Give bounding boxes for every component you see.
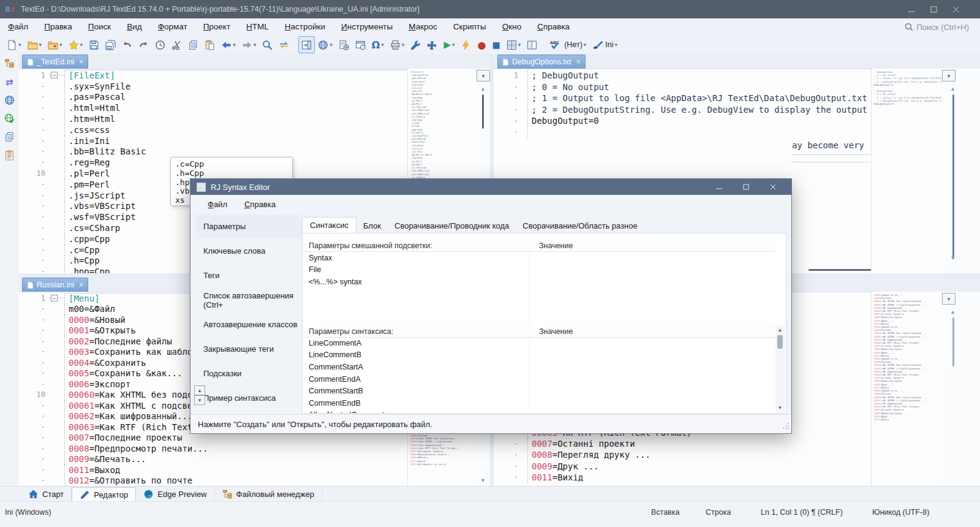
- tab-list-dropdown[interactable]: ▾: [942, 293, 956, 305]
- chevron-down-icon[interactable]: ▾: [330, 42, 333, 48]
- plugins-puzzle-button[interactable]: [424, 36, 440, 53]
- table2-scrollbar[interactable]: ▲ ▼: [775, 325, 785, 412]
- statusbar-item[interactable]: Юникод (UTF-8): [872, 508, 929, 517]
- maximize-button[interactable]: [922, 1, 944, 17]
- scroll-up-icon[interactable]: ▲: [950, 86, 956, 92]
- scroll-thumb[interactable]: [482, 94, 484, 129]
- table-row[interactable]: CommentStartB: [303, 385, 775, 397]
- dialog-tab[interactable]: Сворачивание/Проводник кода: [388, 219, 516, 233]
- file-tab[interactable]: _TextEd.ini ×: [22, 55, 88, 69]
- statusbar-item[interactable]: Вставка: [651, 508, 679, 517]
- sidebar-scroll-down[interactable]: ▼: [194, 395, 205, 405]
- page-globe-button[interactable]: [336, 36, 352, 53]
- dialog-sidebar-item[interactable]: Список автозавершения (Ctrl+: [195, 288, 302, 313]
- dialog-sidebar-item[interactable]: Автозавершение классов: [195, 313, 302, 337]
- menubar-item[interactable]: Окно: [494, 18, 529, 36]
- save-button[interactable]: [86, 36, 102, 53]
- scroll-thumb[interactable]: [952, 317, 954, 366]
- menubar-item[interactable]: Поиск: [80, 18, 119, 36]
- scroll-down-icon[interactable]: ▼: [480, 477, 486, 483]
- tab-list-dropdown[interactable]: ▾: [477, 70, 490, 82]
- paste-button[interactable]: [202, 36, 218, 53]
- file-tab[interactable]: Russian.ini ×: [22, 278, 88, 292]
- scroll-column[interactable]: ▾ ▲: [941, 292, 980, 486]
- menubar-item[interactable]: Настройки: [277, 18, 333, 36]
- chevron-down-icon[interactable]: ▾: [80, 42, 83, 48]
- table-row[interactable]: AllowNestedComments: [303, 409, 775, 413]
- sync-icon[interactable]: [0, 72, 18, 91]
- table-row[interactable]: File: [303, 264, 775, 276]
- scroll-thumb[interactable]: [777, 335, 783, 349]
- bottom-tab-pencil[interactable]: Редактор: [72, 487, 136, 502]
- chevron-down-icon[interactable]: ▾: [59, 42, 62, 48]
- scroll-up-icon[interactable]: ▲: [950, 309, 956, 315]
- dialog-tab[interactable]: Сворачивание/Область разное: [516, 219, 644, 233]
- stop-button[interactable]: ■: [489, 36, 503, 53]
- dialog-menu-item[interactable]: Справка: [236, 200, 284, 209]
- minimap[interactable]: 0005=Зберегти як ... 0006=Експорт 00060=…: [871, 292, 947, 486]
- dialog-maximize-button[interactable]: [733, 180, 760, 194]
- bottom-tab-sitemap[interactable]: Файловый менеджер: [215, 487, 323, 501]
- bottom-tab-home[interactable]: Старт: [21, 487, 72, 501]
- fold-collapse-icon[interactable]: −: [51, 72, 58, 78]
- print-button[interactable]: ▾: [387, 36, 408, 53]
- scroll-down-icon[interactable]: ▼: [775, 403, 785, 412]
- dialog-sidebar-item[interactable]: Ключевые слова: [195, 239, 302, 264]
- tab-close-icon[interactable]: ×: [79, 58, 83, 66]
- dialog-close-button[interactable]: [760, 180, 786, 194]
- table-row[interactable]: CommentStartA: [303, 361, 775, 373]
- file-compare-button[interactable]: [276, 36, 292, 53]
- split-view-button[interactable]: [524, 36, 540, 53]
- scroll-up-icon[interactable]: ▲: [480, 86, 486, 92]
- favorites-star-button[interactable]: ▾: [66, 36, 86, 53]
- menubar-item[interactable]: Вид: [119, 18, 149, 36]
- browser-globe-button[interactable]: ▾: [315, 36, 336, 53]
- dialog-tab[interactable]: Блок: [356, 219, 388, 233]
- spellcheck-abc-button[interactable]: ABC(Нет)▾: [546, 36, 589, 53]
- minimap[interactable]: ; DebugOutput ; 0 = No output ; 1 = Outp…: [871, 69, 947, 273]
- special-chars-omega-button[interactable]: Ω▾: [369, 36, 387, 53]
- panel-globe-button[interactable]: [352, 36, 369, 53]
- browser-globe-icon[interactable]: [0, 91, 18, 109]
- dialog-sidebar-item[interactable]: Подсказки: [195, 362, 302, 386]
- sidebar-toggle-button[interactable]: [298, 36, 315, 53]
- open-favorite-button[interactable]: ▾: [45, 36, 66, 53]
- nav-back-button[interactable]: ▾: [218, 36, 239, 53]
- menubar-item[interactable]: Формат: [150, 18, 195, 36]
- chevron-down-icon[interactable]: ▾: [39, 42, 42, 48]
- dialog-tab[interactable]: Синтаксис: [302, 217, 356, 233]
- dialog-sidebar-item[interactable]: едения об авторе: [195, 411, 302, 414]
- chevron-down-icon[interactable]: ▾: [518, 42, 521, 48]
- menubar-item[interactable]: Проект: [195, 18, 238, 36]
- scroll-down-icon[interactable]: ▼: [950, 255, 956, 261]
- save-all-button[interactable]: [102, 36, 119, 53]
- menubar-item[interactable]: Справка: [529, 18, 578, 36]
- chevron-down-icon[interactable]: ▾: [584, 42, 587, 48]
- undo-button[interactable]: [119, 36, 135, 53]
- quick-lightning-button[interactable]: [458, 36, 474, 53]
- table-row[interactable]: LineCommentB: [303, 349, 775, 362]
- dialog-sidebar-item[interactable]: Пример синтаксиса: [195, 386, 302, 411]
- chevron-down-icon[interactable]: ▾: [254, 42, 257, 48]
- dialog-menu-item[interactable]: Файл: [199, 200, 236, 209]
- syntax-brush-button[interactable]: Ini▾: [589, 36, 620, 53]
- tab-close-icon[interactable]: ×: [576, 58, 581, 66]
- chevron-down-icon[interactable]: ▾: [18, 42, 21, 48]
- table-row[interactable]: LineCommentA: [303, 337, 775, 349]
- menubar-item[interactable]: Правка: [36, 18, 80, 36]
- redo-button[interactable]: [135, 36, 152, 53]
- chevron-down-icon[interactable]: ▾: [452, 42, 455, 48]
- dialog-title-bar[interactable]: RJ Syntax Editor: [190, 179, 791, 195]
- dialog-minimize-button[interactable]: [706, 180, 733, 194]
- statusbar-item[interactable]: Ln 1, Col 1 (0) ¶ (CRLF): [761, 508, 843, 517]
- chevron-down-icon[interactable]: ▾: [615, 42, 618, 48]
- file-tab[interactable]: DebugOptions.txt ×: [497, 55, 586, 69]
- menubar-item[interactable]: Файл: [0, 18, 36, 36]
- tab-list-dropdown[interactable]: ▾: [942, 70, 956, 82]
- close-button[interactable]: [944, 1, 967, 17]
- search-zoom-button[interactable]: [259, 36, 276, 53]
- sitemap-icon[interactable]: [0, 54, 18, 72]
- dialog-sidebar-item[interactable]: Закрывающие теги: [195, 337, 302, 362]
- fold-collapse-icon[interactable]: −: [51, 295, 58, 301]
- new-file-button[interactable]: ▾: [4, 36, 24, 53]
